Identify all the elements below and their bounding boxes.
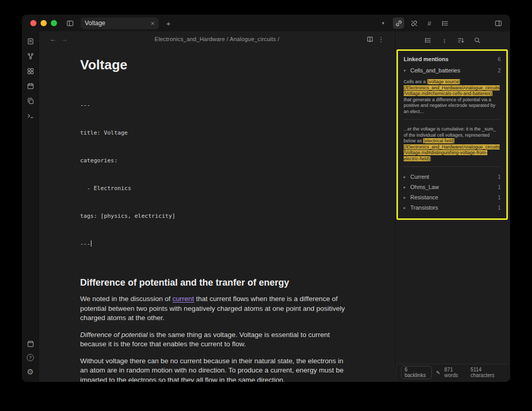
frontmatter-line: title: Voltage: [80, 128, 352, 138]
copy-templates-icon[interactable]: [25, 96, 35, 106]
titlebar-right-controls: ▾ #: [377, 17, 504, 29]
unlink-icon[interactable]: [408, 17, 420, 29]
linked-mentions-label: Linked mentions: [404, 56, 448, 62]
chevron-down-icon: ▾: [404, 68, 408, 73]
backlink-group-label: Transistors: [410, 204, 438, 211]
backlinks-panel: Linked mentions 6 ▾ Cells_and_batteries …: [396, 49, 508, 220]
ribbon-bottom: ? ⚙: [25, 339, 35, 377]
text-segment: We noted in the discussion of: [80, 295, 173, 303]
editor-pane: ← → Electronics_and_Hardware / Analogue_…: [39, 31, 395, 382]
link-icon[interactable]: [393, 17, 404, 29]
unlinked-mentions-header[interactable]: Unlinked mentions: [404, 219, 501, 220]
search-icon[interactable]: [472, 34, 483, 46]
text-segment: Cells are a: [404, 79, 427, 84]
graph-view-icon[interactable]: [25, 51, 35, 61]
backlink-group-ohms-law[interactable]: ▸ Ohms_Law 1: [404, 182, 501, 192]
section-heading: Difference of potential and the tranfer …: [80, 277, 352, 288]
right-sidebar-toggle-icon[interactable]: [492, 17, 504, 29]
emphasized-text: Difference of potential: [80, 331, 147, 339]
reading-view-icon[interactable]: [364, 33, 375, 45]
backlink-group-transistors[interactable]: ▸ Transistors 1: [404, 202, 501, 213]
backlink-group-count: 1: [498, 195, 501, 200]
traffic-lights: [30, 20, 57, 26]
paragraph[interactable]: Without voltage there can be no current …: [80, 357, 352, 382]
close-window-button[interactable]: [30, 20, 36, 26]
left-ribbon: ? ⚙: [22, 31, 39, 382]
new-tab-button[interactable]: +: [163, 17, 174, 29]
obsidian-window: Voltage × + ▾ #: [22, 14, 510, 382]
text-cursor: [91, 240, 91, 247]
backlink-excerpt[interactable]: ...er the voltage is cumulative: it is t…: [404, 124, 501, 167]
word-count: 871 words: [444, 367, 466, 378]
chevron-right-icon: ▸: [404, 175, 408, 179]
list-view-icon[interactable]: [423, 34, 434, 46]
chevron-right-icon: ▸: [404, 185, 408, 190]
tab-close-icon[interactable]: ×: [150, 20, 155, 27]
tab-title: Voltage: [85, 20, 150, 27]
backlink-group-count: 1: [498, 184, 501, 190]
canvas-grid-icon[interactable]: [25, 66, 35, 76]
terminal-icon[interactable]: [25, 110, 35, 121]
text-segment: Without voltage there can be no current …: [80, 357, 344, 382]
status-bar: 6 backlinks ✎ 871 words 5114 characters: [395, 364, 509, 381]
frontmatter-line: ---: [80, 239, 352, 249]
right-sidebar: ↕ Linked mentions 6 ▾ Cells_and_batterie…: [395, 31, 510, 382]
frontmatter-block[interactable]: --- title: Voltage categories: - Electro…: [80, 82, 352, 267]
editor-header: ← → Electronics_and_Hardware / Analogue_…: [39, 31, 395, 47]
backlink-excerpt[interactable]: Cells are a [voltage source](/Electronic…: [404, 77, 501, 120]
expand-collapse-icon[interactable]: ↕: [439, 34, 450, 46]
left-sidebar-toggle-icon[interactable]: [64, 17, 75, 29]
text-segment: that generate a difference of potential …: [404, 97, 496, 114]
backlink-group-cells-and-batteries[interactable]: ▾ Cells_and_batteries 2: [404, 67, 501, 73]
linked-mentions-header[interactable]: Linked mentions 6: [404, 56, 501, 62]
chevron-right-icon: ▸: [404, 195, 408, 200]
paragraph[interactable]: We noted in the discussion of current th…: [80, 294, 352, 323]
settings-gear-icon[interactable]: ⚙: [25, 366, 35, 377]
backlink-group-count: 1: [498, 205, 501, 211]
tab-list-chevron-icon[interactable]: ▾: [377, 17, 389, 29]
help-icon[interactable]: ?: [25, 352, 35, 363]
titlebar: Voltage × + ▾ #: [22, 15, 510, 31]
paragraph[interactable]: Difference of potential is the same thin…: [80, 330, 352, 349]
minimize-window-button[interactable]: [41, 20, 47, 26]
zoom-window-button[interactable]: [51, 20, 57, 26]
character-count: 5114 characters: [470, 367, 504, 378]
bullet-list-icon[interactable]: [439, 17, 450, 29]
breadcrumb[interactable]: Electronics_and_Hardware / Analogue_circ…: [70, 36, 364, 42]
backlinks-count-chip[interactable]: 6 backlinks: [401, 366, 432, 379]
linked-mentions-count: 6: [498, 57, 501, 62]
backlink-group-label: Current: [410, 174, 429, 180]
document-icon[interactable]: [25, 36, 35, 46]
backlink-group-count: 2: [498, 68, 501, 73]
hash-icon[interactable]: #: [424, 17, 435, 29]
frontmatter-line: categories:: [80, 156, 352, 165]
calendar-icon[interactable]: [25, 81, 35, 91]
more-options-icon[interactable]: ⋮: [375, 33, 387, 45]
pencil-icon: ✎: [436, 370, 440, 376]
backlink-group-resistance[interactable]: ▸ Resistance 1: [404, 192, 501, 202]
backlink-group-label: Ohms_Law: [410, 184, 439, 190]
frontmatter-line: ---: [80, 101, 352, 110]
forward-icon[interactable]: →: [59, 35, 70, 43]
chevron-right-icon: ▸: [404, 206, 408, 210]
backlink-group-label: Cells_and_batteries: [410, 67, 460, 73]
backlink-group-current[interactable]: ▸ Current 1: [404, 172, 501, 182]
backlinks-toolbar: ↕: [395, 31, 510, 49]
vault-switcher-icon[interactable]: [25, 339, 35, 349]
frontmatter-line: tags: [physics, electricity]: [80, 212, 352, 221]
text-segment: :: [430, 156, 432, 161]
tab-voltage[interactable]: Voltage ×: [81, 17, 159, 29]
note-title: Voltage: [80, 57, 352, 73]
window-body: ? ⚙ ← → Electronics_and_Hardware / Analo…: [22, 31, 510, 382]
internal-link[interactable]: current: [173, 295, 194, 303]
back-icon[interactable]: ←: [47, 35, 59, 43]
help-glyph: ?: [27, 354, 34, 361]
sort-order-icon[interactable]: [455, 34, 467, 46]
backlink-group-label: Resistance: [410, 194, 438, 200]
note-editor[interactable]: Voltage --- title: Voltage categories: -…: [39, 47, 395, 382]
frontmatter-line: - Electronics: [80, 184, 352, 193]
backlink-group-count: 1: [498, 174, 501, 180]
